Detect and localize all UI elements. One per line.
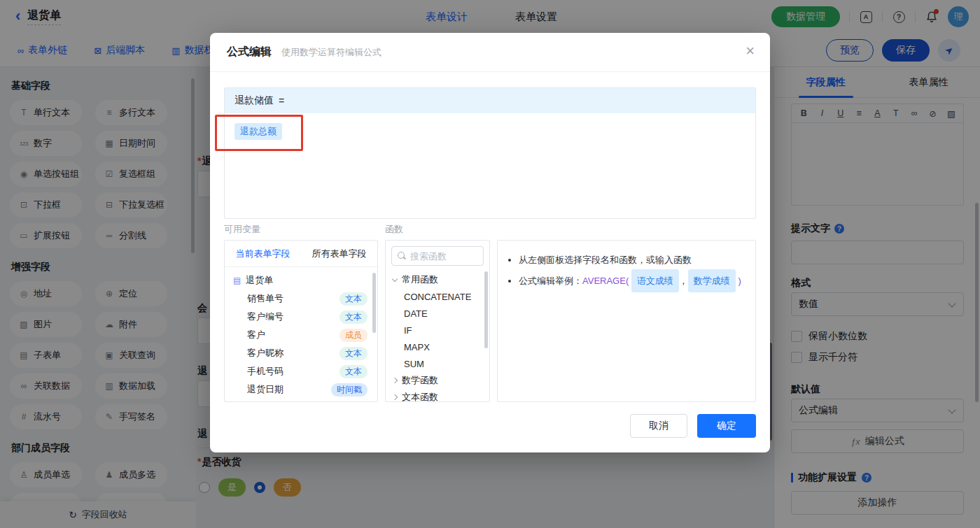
- example-function-name: AVERAGE(: [582, 276, 629, 286]
- formula-input-area[interactable]: 退款总额: [225, 113, 755, 150]
- modal-title: 公式编辑: [227, 45, 272, 59]
- formula-token-refund-total[interactable]: 退款总额: [234, 123, 282, 140]
- variables-tree: ▤ 退货单 销售单号文本 客户编号文本 客户成员 客户昵称文本 手机号码文本 退…: [225, 267, 377, 399]
- example-function-close: ): [738, 276, 741, 286]
- variable-row[interactable]: 手机号码文本: [225, 362, 377, 380]
- function-item[interactable]: DATE: [386, 305, 489, 322]
- function-item[interactable]: MAPX: [386, 338, 489, 355]
- variable-row[interactable]: 客户昵称文本: [225, 344, 377, 362]
- function-group-math[interactable]: 数学函数: [386, 372, 489, 389]
- formula-target-strip: 退款储值 =: [225, 88, 755, 113]
- tab-all-form-fields[interactable]: 所有表单字段: [301, 241, 377, 266]
- formula-editor-modal: 公式编辑 使用数学运算符编辑公式 × 退款储值 = 退款总额 可用变量 函数 当…: [210, 33, 770, 452]
- confirm-button[interactable]: 确定: [697, 414, 756, 438]
- chevron-collapsed-icon: [392, 394, 398, 400]
- type-badge: 文本: [340, 311, 368, 324]
- function-item[interactable]: IF: [386, 322, 489, 338]
- hint-panel: 从左侧面板选择字段名和函数，或输入函数 公式编辑举例：AVERAGE( 语文成绩…: [497, 240, 756, 402]
- type-badge: 时间戳: [331, 383, 368, 397]
- function-item[interactable]: CONCATENATE: [386, 288, 489, 305]
- function-search-input[interactable]: [410, 251, 475, 262]
- variables-panel: 当前表单字段 所有表单字段 ▤ 退货单 销售单号文本 客户编号文本 客户成员 客…: [224, 240, 378, 402]
- variable-row[interactable]: 销售单号文本: [225, 290, 377, 308]
- function-group-text[interactable]: 文本函数: [386, 389, 489, 402]
- close-icon[interactable]: ×: [746, 43, 755, 59]
- hint-line-1: 从左侧面板选择字段名和函数，或输入函数: [519, 250, 755, 269]
- formula-target-name: 退款储值: [234, 94, 274, 107]
- function-search-box: [391, 246, 484, 266]
- variable-row[interactable]: 客户成员: [225, 326, 377, 344]
- functions-panel: 常用函数 CONCATENATE DATE IF MAPX SUM 数学函数 文…: [385, 240, 490, 402]
- hint-line-2: 公式编辑举例：AVERAGE( 语文成绩，数学成绩 ): [519, 269, 755, 292]
- type-badge: 成员: [340, 329, 368, 342]
- tab-current-form-fields[interactable]: 当前表单字段: [225, 241, 301, 266]
- example-tag-chinese-score: 语文成绩: [631, 269, 679, 292]
- chevron-expanded-icon: [392, 276, 398, 281]
- type-badge: 文本: [340, 292, 368, 306]
- example-tag-math-score: 数学成绩: [688, 269, 736, 292]
- variable-row[interactable]: 退货日期时间戳: [225, 380, 377, 399]
- functions-section-label: 函数: [385, 223, 403, 236]
- tree-root-form[interactable]: ▤ 退货单: [225, 271, 377, 290]
- doc-icon: ▤: [233, 276, 241, 285]
- cancel-button[interactable]: 取消: [630, 414, 687, 438]
- type-badge: 文本: [340, 365, 368, 378]
- app-root: ‹ 退货单 表单设计 表单设置 数据管理 A ? 理 ∞ 表单外链: [0, 0, 980, 528]
- chevron-collapsed-icon: [392, 378, 398, 383]
- search-icon: [398, 252, 406, 260]
- hint-list: 从左侧面板选择字段名和函数，或输入函数 公式编辑举例：AVERAGE( 语文成绩…: [498, 250, 755, 292]
- variable-row[interactable]: 客户编号文本: [225, 308, 377, 326]
- variables-scrollbar[interactable]: [372, 273, 376, 333]
- variables-section-label: 可用变量: [224, 223, 260, 236]
- formula-equals-sign: =: [279, 95, 284, 106]
- function-item[interactable]: SUM: [386, 355, 489, 372]
- formula-editor-box: 退款储值 = 退款总额: [224, 87, 756, 219]
- modal-subtitle: 使用数学运算符编辑公式: [281, 46, 382, 59]
- variables-tabs: 当前表单字段 所有表单字段: [225, 241, 377, 267]
- type-badge: 文本: [340, 347, 368, 360]
- functions-scrollbar[interactable]: [484, 271, 488, 348]
- function-group-common[interactable]: 常用函数: [386, 271, 489, 288]
- modal-header: 公式编辑 使用数学运算符编辑公式 ×: [210, 33, 770, 72]
